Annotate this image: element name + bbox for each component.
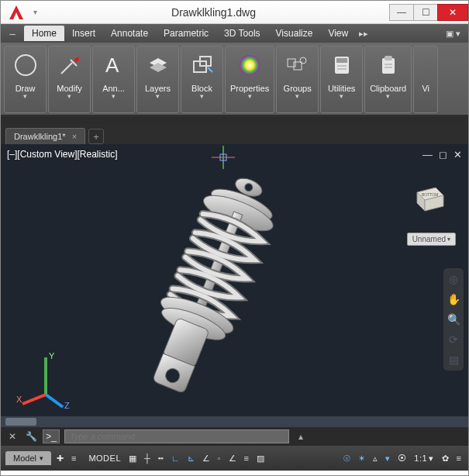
cmdline-config-icon[interactable]: 🔧 [24, 429, 38, 443]
svg-rect-14 [385, 56, 392, 60]
ribbon-tabs: – Home Insert Annotate Parametric 3D Too… [1, 24, 468, 43]
orbit-icon[interactable]: ⟳ [449, 333, 458, 346]
ucs-icon: Y X Z [15, 348, 77, 410]
document-tab-active[interactable]: Drawklkling1* × [5, 128, 85, 144]
tab-insert[interactable]: Insert [64, 26, 103, 41]
drop-icon: ▾ [386, 93, 390, 99]
panel-utilities[interactable]: Utilities ▾ [320, 46, 363, 113]
cmdline-prompt-icon: >_ [43, 429, 60, 443]
app-menu-dash[interactable]: – [5, 26, 19, 40]
iso-icon[interactable]: ∠ [200, 454, 212, 464]
svg-text:Z: Z [64, 401, 70, 410]
pan-icon[interactable]: ✋ [447, 293, 460, 305]
tab-annotate[interactable]: Annotate [103, 26, 156, 41]
ribbon-overflow-icon[interactable]: ▸▸ [356, 29, 371, 39]
dynamic-ucs-icon[interactable]: ▵ [371, 454, 380, 464]
tab-parametric[interactable]: Parametric [156, 26, 216, 41]
filter-icon[interactable]: ▾ [383, 454, 392, 464]
layout-nav-icon[interactable]: ≡ [69, 454, 78, 463]
gizmo-icon[interactable]: ⦿ [395, 454, 409, 463]
properties-icon [234, 50, 265, 81]
cmdline-close-icon[interactable]: ✕ [5, 429, 19, 443]
viewcube-face-label: BOTTOM [422, 192, 438, 197]
horizontal-scrollbar[interactable] [1, 416, 468, 427]
svg-line-33 [22, 395, 46, 404]
customize-icon[interactable]: ≡ [454, 454, 464, 463]
command-line: ✕ 🔧 >_ ▴ [1, 427, 468, 446]
command-input[interactable] [64, 429, 289, 443]
cursor-crosshair [212, 146, 235, 169]
ribbon-minimize-icon[interactable]: ▣ ▾ [443, 29, 464, 39]
panel-modify[interactable]: Modify ▾ [48, 46, 91, 113]
grid-icon[interactable]: ▦ [126, 454, 139, 464]
new-tab-button[interactable]: + [88, 129, 104, 144]
panel-annotation[interactable]: A Ann... ▾ [92, 46, 135, 113]
drop-icon: ▾ [200, 93, 204, 99]
layers-icon [143, 50, 174, 81]
vp-close-icon[interactable]: ✕ [453, 149, 462, 160]
svg-line-34 [46, 395, 63, 407]
panel-properties[interactable]: Properties ▾ [225, 46, 274, 113]
viewport-window-controls: ― ◻ ✕ [422, 149, 462, 160]
viewport-label[interactable]: [–][Custom View][Realistic] [7, 149, 118, 160]
tab-3dtools[interactable]: 3D Tools [216, 26, 267, 41]
full-nav-wheel-icon[interactable]: ◎ [449, 273, 458, 285]
svg-point-0 [16, 55, 36, 75]
document-tab-label: Drawklkling1* [14, 132, 66, 141]
model-tab[interactable]: Model ▾ [5, 451, 51, 465]
modify-icon [54, 50, 85, 81]
view-icon [419, 50, 433, 81]
polar-icon[interactable]: ⊾ [185, 454, 197, 464]
panel-block[interactable]: Block ▾ [181, 46, 223, 113]
ortho-icon[interactable]: ∟ [169, 454, 182, 463]
viewport[interactable]: [–][Custom View][Realistic] ― ◻ ✕ BOTTOM… [1, 144, 468, 427]
status-bar: Model ▾ ✚ ≡ MODEL ▦ ┼ ╍ ∟ ⊾ ∠ ▫ ∠ ≡ ▨ ⦾ … [1, 446, 468, 471]
model-tab-label: Model [13, 454, 36, 463]
drop-icon: ▾ [23, 93, 27, 99]
annotation-scale[interactable]: 1:1 ▾ [412, 454, 436, 464]
close-tab-icon[interactable]: × [72, 132, 77, 141]
chevron-down-icon: ▾ [40, 454, 43, 462]
drop-icon: ▾ [340, 93, 343, 99]
svg-rect-10 [336, 58, 347, 63]
panel-view-truncated[interactable]: Vi [413, 46, 438, 113]
utilities-icon [326, 50, 357, 81]
tab-visualize[interactable]: Visualize [268, 26, 321, 41]
selection-cycling-icon[interactable]: ⦾ [341, 454, 353, 464]
viewcube[interactable]: BOTTOM [409, 183, 447, 214]
svg-text:X: X [16, 395, 22, 404]
showmotion-icon[interactable]: ▤ [449, 354, 459, 366]
workspace-icon[interactable]: ✿ [440, 454, 451, 464]
panel-layers[interactable]: Layers ▾ [136, 46, 179, 113]
vp-maximize-icon[interactable]: ◻ [439, 149, 447, 160]
osnap-icon[interactable]: ▫ [216, 454, 223, 463]
layout-add-icon[interactable]: ✚ [54, 454, 66, 464]
panel-draw[interactable]: Draw ▾ [4, 46, 47, 113]
infer-icon[interactable]: ╍ [156, 454, 166, 464]
unnamed-label: Unnamed [412, 235, 446, 243]
vp-minimize-icon[interactable]: ― [422, 149, 433, 160]
scrollbar-thumb[interactable] [5, 418, 36, 426]
tab-view[interactable]: View [320, 26, 356, 41]
zoom-icon[interactable]: 🔍 [447, 313, 460, 326]
3dosnap-icon[interactable]: ✶ [356, 454, 367, 464]
panel-groups[interactable]: Groups ▾ [276, 46, 319, 113]
block-icon [187, 50, 218, 81]
app-logo[interactable] [1, 1, 32, 24]
lineweight-icon[interactable]: ≡ [242, 454, 251, 463]
title-bar: ▾ Drawklkling1.dwg ― ☐ ✕ [1, 1, 468, 24]
minimize-button[interactable]: ― [389, 4, 414, 21]
transparency-icon[interactable]: ▨ [254, 454, 267, 464]
panel-clipboard[interactable]: Clipboard ▾ [364, 46, 412, 113]
document-tabs: Drawklkling1* × + [1, 124, 468, 144]
space-toggle[interactable]: MODEL [86, 454, 123, 463]
otrack-icon[interactable]: ∠ [226, 454, 239, 464]
tab-home[interactable]: Home [24, 26, 64, 41]
snap-icon[interactable]: ┼ [142, 454, 153, 463]
view-unnamed-button[interactable]: Unnamed ▾ [407, 233, 456, 246]
cmdline-history-icon[interactable]: ▴ [294, 429, 308, 443]
maximize-button[interactable]: ☐ [413, 4, 438, 21]
drop-icon: ▾ [295, 93, 299, 99]
close-button[interactable]: ✕ [437, 4, 468, 21]
drop-icon: ▾ [67, 93, 71, 99]
